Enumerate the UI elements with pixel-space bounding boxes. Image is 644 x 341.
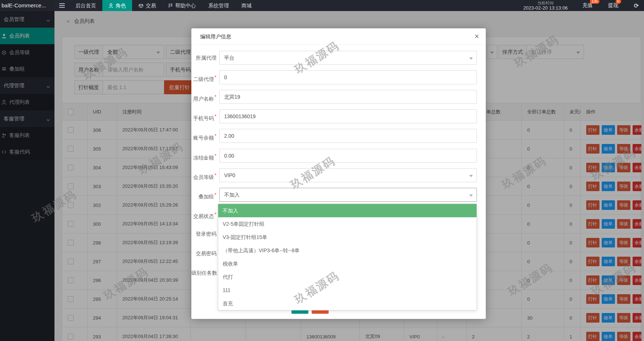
field-label: 用户名称* [191, 90, 216, 106]
dropdown-option-5[interactable]: 代打 [218, 270, 477, 284]
dropdown-option-2[interactable]: V3-固定打针组15单 [218, 231, 477, 244]
field-input-5[interactable]: 0.00 [219, 149, 477, 163]
recharge-link[interactable]: 充值 135 [583, 2, 593, 9]
modal-title: 编辑用户信息 [191, 28, 486, 45]
withdraw-link[interactable]: 提现 0 [608, 2, 619, 9]
field-label: 叠加组* [191, 188, 216, 204]
field-label: 交易状态* [191, 207, 216, 223]
nav-item-2[interactable]: 交易 [132, 0, 162, 11]
refresh-icon[interactable]: ⟳ [634, 2, 639, 9]
modal-field-2: 用户名称*北冥19 [191, 90, 486, 104]
modal-field-1: 二级代理*0 [191, 70, 486, 84]
field-select-6[interactable]: VIP0 [219, 168, 477, 182]
nav-item-0[interactable]: 后台首页 [69, 0, 102, 11]
scales-icon [138, 3, 144, 8]
field-input-4[interactable]: 2.00 [219, 129, 477, 143]
dropdown-option-7[interactable]: 首充 [218, 297, 477, 310]
chevron-down-icon [469, 175, 473, 177]
field-label: 级别任务数 [191, 266, 216, 280]
modal-field-4: 账号余额*2.00 [191, 129, 486, 143]
stack-group-dropdown: 不加入V2-5单固定打针组V3-固定打针组15单（带他上高速）VIP3-6单--… [218, 204, 477, 310]
flag-icon [169, 3, 173, 8]
dropdown-option-3[interactable]: （带他上高速）VIP3-6单--转--8单 [218, 244, 477, 257]
dropdown-option-6[interactable]: 111 [218, 284, 477, 297]
field-input-2[interactable]: 北冥19 [219, 90, 477, 104]
recharge-badge: 135 [590, 0, 600, 4]
nav-item-3[interactable]: 帮助中心 [162, 0, 202, 11]
edit-user-modal: 编辑用户信息 × 所属代理平台二级代理*0用户名称*北冥19手机号码*13600… [191, 28, 486, 319]
field-select-0[interactable]: 平台 [219, 51, 477, 65]
field-label: 所属代理 [191, 51, 216, 65]
field-select-7[interactable]: 不加入 [219, 188, 477, 202]
chevron-down-icon [469, 194, 473, 197]
hamburger-menu-icon[interactable] [54, 0, 69, 11]
field-input-1[interactable]: 0 [219, 70, 477, 84]
dropdown-option-4[interactable]: 税收单 [218, 257, 477, 270]
dropdown-option-0[interactable]: 不加入 [218, 204, 477, 217]
field-label: 登录密码 [191, 227, 216, 241]
field-input-3[interactable]: 13600136019 [219, 109, 477, 123]
field-label: 交易密码 [191, 246, 216, 260]
nav-item-5[interactable]: 商城 [235, 0, 258, 11]
field-label: 冻结金额* [191, 149, 216, 165]
nav-menu: 后台首页角色交易帮助中心系统管理商城 [69, 0, 258, 11]
current-time: 当前时间 2023-02-20 13:13:06 [523, 0, 568, 11]
modal-field-3: 手机号码*13600136019 [191, 109, 486, 123]
app-logo: balE-Commerce... [0, 0, 54, 11]
nav-item-1[interactable]: 角色 [102, 0, 132, 11]
field-label: 二级代理* [191, 70, 216, 86]
top-navbar: balE-Commerce... 后台首页角色交易帮助中心系统管理商城 当前时间… [0, 0, 644, 11]
field-label: 会员等级* [191, 168, 216, 184]
field-label: 账号余额* [191, 129, 216, 145]
close-icon[interactable]: × [474, 32, 479, 41]
modal-field-7: 叠加组*不加入 [191, 188, 486, 202]
person-icon [109, 3, 113, 8]
dropdown-option-1[interactable]: V2-5单固定打针组 [218, 217, 477, 231]
field-label: 手机号码* [191, 109, 216, 125]
nav-item-4[interactable]: 系统管理 [202, 0, 235, 11]
withdraw-badge: 0 [616, 0, 622, 4]
modal-field-0: 所属代理平台 [191, 51, 486, 65]
modal-field-5: 冻结金额*0.00 [191, 149, 486, 163]
modal-field-6: 会员等级*VIP0 [191, 168, 486, 182]
chevron-down-icon [469, 57, 473, 60]
